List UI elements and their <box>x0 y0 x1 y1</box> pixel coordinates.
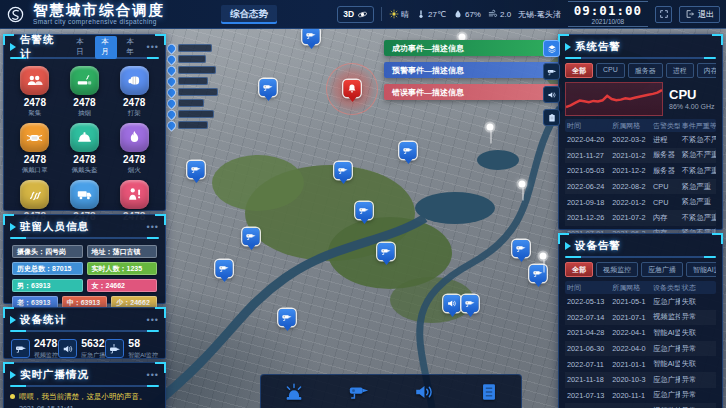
view-mode-3d-button[interactable]: 3D <box>337 6 374 23</box>
side-tool-cctv-button[interactable] <box>543 63 560 80</box>
alarm-stat-value: 2478 <box>60 154 110 165</box>
alarm-stats-tab-1[interactable]: 本月 <box>95 36 117 59</box>
nav-tab-overview[interactable]: 综合态势 <box>221 5 277 24</box>
table-cell: 紧急不严重 <box>680 150 716 160</box>
map-cctv-marker[interactable] <box>303 27 320 44</box>
panel-arrow-icon <box>10 371 16 379</box>
map-cctv-marker[interactable] <box>513 240 530 257</box>
device-stat-item[interactable]: 2478视频监控 <box>11 338 58 360</box>
alarm-stat-label: 打架 <box>109 109 159 118</box>
map-poi-label[interactable] <box>168 66 216 74</box>
system-alarm-table-row[interactable]: 2022-04-202022-03-2进程不紧急不严重 <box>565 132 716 148</box>
alarm-stat-item[interactable]: 2478抽烟 <box>60 66 110 118</box>
map-poi-label[interactable] <box>168 44 212 52</box>
map-poi-label[interactable] <box>168 121 208 129</box>
bell-icon <box>347 83 358 94</box>
alarm-stat-item[interactable]: 2478佩戴口罩 <box>10 123 60 175</box>
system-alarm-tab-0[interactable]: 全部 <box>565 63 593 78</box>
alarm-stat-item[interactable]: 2478佩戴头盔 <box>60 123 110 175</box>
device-alarm-tab-1[interactable]: 视频监控 <box>596 262 638 277</box>
device-stat-item[interactable]: 58智能AI监控 <box>105 338 158 360</box>
panel-system-alarm: 系统告警 全部CPU服务器进程内存 CPU 86% 4.00 GHz 时间所属网… <box>558 34 723 230</box>
table-cell: 2021-01-1 <box>610 360 651 369</box>
alarm-stat-item[interactable]: 2478烟火 <box>109 123 159 175</box>
column-header: 时间 <box>565 121 610 131</box>
speaker-icon <box>447 298 458 309</box>
map-dot-marker[interactable] <box>540 253 547 260</box>
device-alarm-table-row[interactable]: 2021-04-282022-04-1智能AI监控失联 <box>565 325 716 341</box>
device-alarm-tab-3[interactable]: 智能AI监控 <box>686 262 716 277</box>
side-tool-clipboard-button[interactable] <box>543 109 560 126</box>
alarm-stat-value: 2478 <box>10 154 60 165</box>
panel-more-button[interactable]: ••• <box>147 42 159 52</box>
map-poi-label[interactable] <box>168 99 204 107</box>
toolbar-server-button[interactable] <box>476 379 502 405</box>
notification-error[interactable]: 错误事件—描述信息› <box>384 84 562 100</box>
toolbar-speaker-button[interactable] <box>411 379 437 405</box>
system-alarm-tab-2[interactable]: 服务器 <box>628 63 663 78</box>
logout-button[interactable]: 退出 <box>679 6 720 23</box>
map-poi-label[interactable] <box>168 55 206 63</box>
mask-icon <box>20 123 49 152</box>
map-speaker-marker[interactable] <box>444 295 461 312</box>
system-alarm-table-row[interactable]: 2021-11-272021-01-2服务器紧急不严重 <box>565 148 716 164</box>
map-cctv-marker[interactable] <box>462 295 479 312</box>
device-alarm-table-row[interactable]: 2021-07-132020-11-1应急广播异常 <box>565 388 716 404</box>
device-stat-item[interactable]: 5632应急广播 <box>58 338 105 360</box>
device-alarm-tab-0[interactable]: 全部 <box>565 262 593 277</box>
toolbar-siren-button[interactable] <box>281 379 307 405</box>
device-alarm-table-row[interactable]: 2021-11-182020-10-3应急广播异常 <box>565 372 716 388</box>
system-alarm-table-row[interactable]: 2021-09-182022-01-2CPU紧急严重 <box>565 194 716 210</box>
sun-icon <box>389 9 399 19</box>
device-alarm-table-row[interactable]: 2022-07-142021-07-1视频监控异常 <box>565 310 716 326</box>
notification-success[interactable]: 成功事件—描述信息› <box>384 40 562 56</box>
side-tool-speaker-button[interactable] <box>543 86 560 103</box>
map-cctv-marker[interactable] <box>400 142 417 159</box>
map-cctv-marker[interactable] <box>243 228 260 245</box>
system-alarm-tab-3[interactable]: 进程 <box>666 63 694 78</box>
map-cctv-marker[interactable] <box>279 309 296 326</box>
people-icon <box>26 72 43 89</box>
alarm-stats-tab-0[interactable]: 本日 <box>70 36 92 59</box>
map-dot-marker[interactable] <box>519 181 526 188</box>
map-dot-marker[interactable] <box>487 124 494 131</box>
side-tool-layers-button[interactable] <box>543 40 560 57</box>
panel-more-button[interactable]: ••• <box>147 370 159 380</box>
alarm-stats-tab-2[interactable]: 本年 <box>120 36 142 59</box>
notification-info[interactable]: 预警事件—描述信息› <box>384 62 562 78</box>
table-cell: 服务器 <box>651 150 680 160</box>
device-alarm-table-row[interactable]: 2022-05-132021-05-1应急广播失联 <box>565 294 716 310</box>
fullscreen-button[interactable] <box>655 6 672 23</box>
map-cctv-marker[interactable] <box>216 260 233 277</box>
table-cell: 异常 <box>680 390 716 400</box>
table-cell: 2021-07-13 <box>565 391 610 400</box>
device-alarm-table-row[interactable]: 2021-06-302022-04-0应急广播异常 <box>565 341 716 357</box>
system-alarm-tab-1[interactable]: CPU <box>596 63 625 78</box>
logout-label: 退出 <box>698 9 714 20</box>
system-alarm-table-row[interactable]: 2021-05-032021-12-2服务器不紧急严重 <box>565 163 716 179</box>
table-cell: 2021-05-1 <box>610 297 651 306</box>
panel-more-button[interactable]: ••• <box>147 315 159 325</box>
device-alarm-tab-2[interactable]: 应急广播 <box>641 262 683 277</box>
map-alarm-marker[interactable] <box>344 80 361 97</box>
location-pin-icon <box>167 54 177 64</box>
map-cctv-marker[interactable] <box>356 202 373 219</box>
toolbar-cctv-button[interactable] <box>346 379 372 405</box>
cctv-icon <box>15 343 27 355</box>
alarm-stat-item[interactable]: 2478打架 <box>109 66 159 118</box>
table-cell: 2022-05-13 <box>565 297 610 306</box>
map-cctv-marker[interactable] <box>188 161 205 178</box>
map-poi-label[interactable] <box>168 77 208 85</box>
alarm-stat-item[interactable]: 2478聚集 <box>10 66 60 118</box>
panel-more-button[interactable]: ••• <box>147 222 159 232</box>
device-alarm-table-row[interactable]: 2022-07-112021-01-1智能AI监控失联 <box>565 356 716 372</box>
system-alarm-table-row[interactable]: 2022-06-242022-08-2CPU紧急严重 <box>565 179 716 195</box>
device-alarm-table-row[interactable]: 2022-02-172020-11-1视频监控异常 <box>565 403 716 408</box>
map-poi-label[interactable] <box>168 110 214 118</box>
system-alarm-table-row[interactable]: 2021-12-262021-07-2内存不紧急严重 <box>565 210 716 226</box>
system-alarm-tab-4[interactable]: 内存 <box>697 63 716 78</box>
map-cctv-marker[interactable] <box>378 243 395 260</box>
map-cctv-marker[interactable] <box>260 79 277 96</box>
map-cctv-marker[interactable] <box>335 162 352 179</box>
map-poi-label[interactable] <box>168 88 218 96</box>
